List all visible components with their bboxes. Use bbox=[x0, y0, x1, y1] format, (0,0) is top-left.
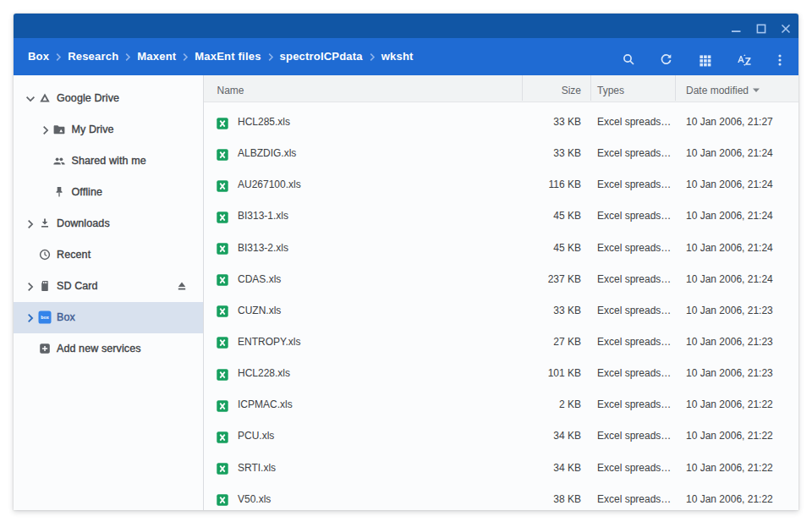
svg-text:box: box bbox=[41, 315, 49, 320]
